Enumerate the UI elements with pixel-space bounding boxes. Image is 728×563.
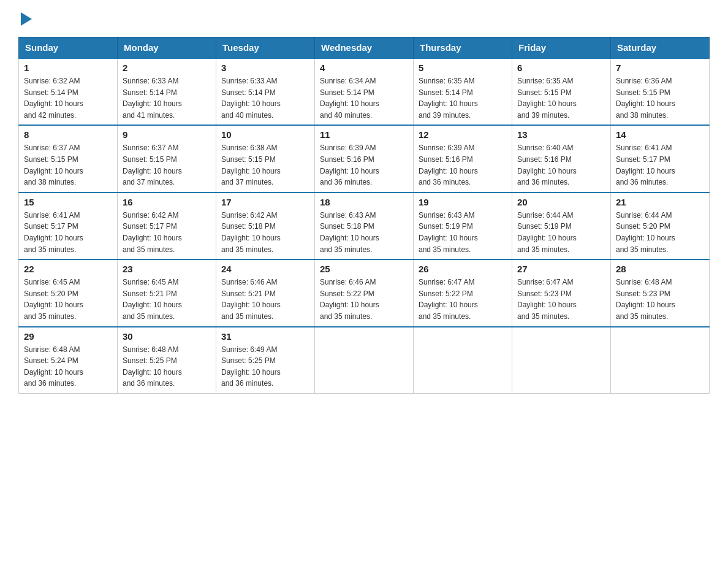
table-row: 3Sunrise: 6:33 AMSunset: 5:14 PMDaylight… bbox=[216, 58, 315, 125]
day-number: 22 bbox=[24, 264, 112, 274]
day-number: 1 bbox=[24, 63, 112, 73]
table-row: 13Sunrise: 6:40 AMSunset: 5:16 PMDayligh… bbox=[512, 125, 611, 192]
table-row: 2Sunrise: 6:33 AMSunset: 5:14 PMDaylight… bbox=[118, 58, 216, 125]
day-number: 11 bbox=[320, 129, 408, 140]
table-row bbox=[315, 327, 414, 394]
table-row: 22Sunrise: 6:45 AMSunset: 5:20 PMDayligh… bbox=[19, 259, 118, 326]
day-number: 21 bbox=[616, 197, 704, 207]
day-number: 12 bbox=[419, 129, 507, 140]
table-row bbox=[414, 327, 512, 394]
day-number: 6 bbox=[517, 63, 605, 73]
table-row: 8Sunrise: 6:37 AMSunset: 5:15 PMDaylight… bbox=[19, 125, 118, 192]
day-detail: Sunrise: 6:39 AMSunset: 5:16 PMDaylight:… bbox=[320, 142, 408, 188]
day-number: 28 bbox=[616, 264, 704, 274]
table-row: 9Sunrise: 6:37 AMSunset: 5:15 PMDaylight… bbox=[118, 125, 216, 192]
table-row: 31Sunrise: 6:49 AMSunset: 5:25 PMDayligh… bbox=[216, 327, 315, 394]
day-number: 5 bbox=[419, 63, 507, 73]
day-detail: Sunrise: 6:37 AMSunset: 5:15 PMDaylight:… bbox=[123, 142, 211, 188]
col-wednesday: Wednesday bbox=[315, 37, 414, 59]
day-detail: Sunrise: 6:44 AMSunset: 5:20 PMDaylight:… bbox=[616, 210, 704, 255]
day-detail: Sunrise: 6:45 AMSunset: 5:21 PMDaylight:… bbox=[123, 277, 211, 322]
table-row: 26Sunrise: 6:47 AMSunset: 5:22 PMDayligh… bbox=[414, 259, 512, 326]
table-row: 7Sunrise: 6:36 AMSunset: 5:15 PMDaylight… bbox=[611, 58, 710, 125]
table-row: 27Sunrise: 6:47 AMSunset: 5:23 PMDayligh… bbox=[512, 259, 611, 326]
day-detail: Sunrise: 6:33 AMSunset: 5:14 PMDaylight:… bbox=[221, 75, 309, 121]
day-number: 19 bbox=[419, 197, 507, 207]
table-row bbox=[512, 327, 611, 394]
table-row: 30Sunrise: 6:48 AMSunset: 5:25 PMDayligh… bbox=[118, 327, 216, 394]
table-row: 29Sunrise: 6:48 AMSunset: 5:24 PMDayligh… bbox=[19, 327, 118, 394]
day-number: 9 bbox=[123, 129, 211, 140]
day-detail: Sunrise: 6:41 AMSunset: 5:17 PMDaylight:… bbox=[24, 210, 112, 255]
day-number: 31 bbox=[221, 331, 309, 342]
table-row: 5Sunrise: 6:35 AMSunset: 5:14 PMDaylight… bbox=[414, 58, 512, 125]
day-detail: Sunrise: 6:44 AMSunset: 5:19 PMDaylight:… bbox=[517, 210, 605, 255]
day-detail: Sunrise: 6:49 AMSunset: 5:25 PMDaylight:… bbox=[221, 344, 309, 389]
day-number: 4 bbox=[320, 63, 408, 73]
col-friday: Friday bbox=[512, 37, 611, 59]
calendar-header-row: Sunday Monday Tuesday Wednesday Thursday… bbox=[19, 37, 710, 59]
calendar-week-row: 22Sunrise: 6:45 AMSunset: 5:20 PMDayligh… bbox=[19, 259, 710, 326]
day-number: 29 bbox=[24, 331, 112, 342]
table-row: 15Sunrise: 6:41 AMSunset: 5:17 PMDayligh… bbox=[19, 193, 118, 259]
day-detail: Sunrise: 6:36 AMSunset: 5:15 PMDaylight:… bbox=[616, 75, 704, 121]
day-detail: Sunrise: 6:48 AMSunset: 5:24 PMDaylight:… bbox=[24, 344, 112, 389]
table-row: 21Sunrise: 6:44 AMSunset: 5:20 PMDayligh… bbox=[611, 193, 710, 259]
svg-marker-0 bbox=[21, 12, 32, 26]
day-number: 2 bbox=[123, 63, 211, 73]
table-row: 14Sunrise: 6:41 AMSunset: 5:17 PMDayligh… bbox=[611, 125, 710, 192]
day-detail: Sunrise: 6:38 AMSunset: 5:15 PMDaylight:… bbox=[221, 142, 309, 188]
day-number: 23 bbox=[123, 264, 211, 274]
day-detail: Sunrise: 6:46 AMSunset: 5:22 PMDaylight:… bbox=[320, 277, 408, 322]
day-detail: Sunrise: 6:33 AMSunset: 5:14 PMDaylight:… bbox=[123, 75, 211, 121]
col-thursday: Thursday bbox=[414, 37, 512, 59]
day-number: 16 bbox=[123, 197, 211, 207]
day-detail: Sunrise: 6:34 AMSunset: 5:14 PMDaylight:… bbox=[320, 75, 408, 121]
day-number: 14 bbox=[616, 129, 704, 140]
day-detail: Sunrise: 6:35 AMSunset: 5:15 PMDaylight:… bbox=[517, 75, 605, 121]
col-sunday: Sunday bbox=[19, 37, 118, 59]
day-detail: Sunrise: 6:41 AMSunset: 5:17 PMDaylight:… bbox=[616, 142, 704, 188]
calendar-week-row: 15Sunrise: 6:41 AMSunset: 5:17 PMDayligh… bbox=[19, 193, 710, 259]
col-tuesday: Tuesday bbox=[216, 37, 315, 59]
day-number: 20 bbox=[517, 197, 605, 207]
logo bbox=[18, 12, 33, 26]
day-number: 25 bbox=[320, 264, 408, 274]
day-detail: Sunrise: 6:35 AMSunset: 5:14 PMDaylight:… bbox=[419, 75, 507, 121]
table-row: 25Sunrise: 6:46 AMSunset: 5:22 PMDayligh… bbox=[315, 259, 414, 326]
day-detail: Sunrise: 6:47 AMSunset: 5:22 PMDaylight:… bbox=[419, 277, 507, 322]
table-row: 1Sunrise: 6:32 AMSunset: 5:14 PMDaylight… bbox=[19, 58, 118, 125]
day-detail: Sunrise: 6:45 AMSunset: 5:20 PMDaylight:… bbox=[24, 277, 112, 322]
day-detail: Sunrise: 6:42 AMSunset: 5:17 PMDaylight:… bbox=[123, 210, 211, 255]
day-number: 8 bbox=[24, 129, 112, 140]
day-detail: Sunrise: 6:48 AMSunset: 5:25 PMDaylight:… bbox=[123, 344, 211, 389]
table-row: 6Sunrise: 6:35 AMSunset: 5:15 PMDaylight… bbox=[512, 58, 611, 125]
table-row: 19Sunrise: 6:43 AMSunset: 5:19 PMDayligh… bbox=[414, 193, 512, 259]
table-row bbox=[611, 327, 710, 394]
table-row: 4Sunrise: 6:34 AMSunset: 5:14 PMDaylight… bbox=[315, 58, 414, 125]
day-detail: Sunrise: 6:32 AMSunset: 5:14 PMDaylight:… bbox=[24, 75, 112, 121]
calendar-week-row: 1Sunrise: 6:32 AMSunset: 5:14 PMDaylight… bbox=[19, 58, 710, 125]
day-number: 27 bbox=[517, 264, 605, 274]
day-number: 26 bbox=[419, 264, 507, 274]
table-row: 24Sunrise: 6:46 AMSunset: 5:21 PMDayligh… bbox=[216, 259, 315, 326]
day-number: 17 bbox=[221, 197, 309, 207]
day-number: 10 bbox=[221, 129, 309, 140]
day-number: 7 bbox=[616, 63, 704, 73]
day-detail: Sunrise: 6:37 AMSunset: 5:15 PMDaylight:… bbox=[24, 142, 112, 188]
col-saturday: Saturday bbox=[611, 37, 710, 59]
day-detail: Sunrise: 6:39 AMSunset: 5:16 PMDaylight:… bbox=[419, 142, 507, 188]
day-number: 15 bbox=[24, 197, 112, 207]
day-number: 13 bbox=[517, 129, 605, 140]
table-row: 12Sunrise: 6:39 AMSunset: 5:16 PMDayligh… bbox=[414, 125, 512, 192]
table-row: 23Sunrise: 6:45 AMSunset: 5:21 PMDayligh… bbox=[118, 259, 216, 326]
calendar-table: Sunday Monday Tuesday Wednesday Thursday… bbox=[18, 37, 710, 394]
day-detail: Sunrise: 6:48 AMSunset: 5:23 PMDaylight:… bbox=[616, 277, 704, 322]
logo-arrow-icon bbox=[21, 12, 32, 26]
table-row: 10Sunrise: 6:38 AMSunset: 5:15 PMDayligh… bbox=[216, 125, 315, 192]
calendar-week-row: 29Sunrise: 6:48 AMSunset: 5:24 PMDayligh… bbox=[19, 327, 710, 394]
calendar-week-row: 8Sunrise: 6:37 AMSunset: 5:15 PMDaylight… bbox=[19, 125, 710, 192]
day-detail: Sunrise: 6:43 AMSunset: 5:19 PMDaylight:… bbox=[419, 210, 507, 255]
page-header bbox=[18, 12, 710, 26]
table-row: 16Sunrise: 6:42 AMSunset: 5:17 PMDayligh… bbox=[118, 193, 216, 259]
